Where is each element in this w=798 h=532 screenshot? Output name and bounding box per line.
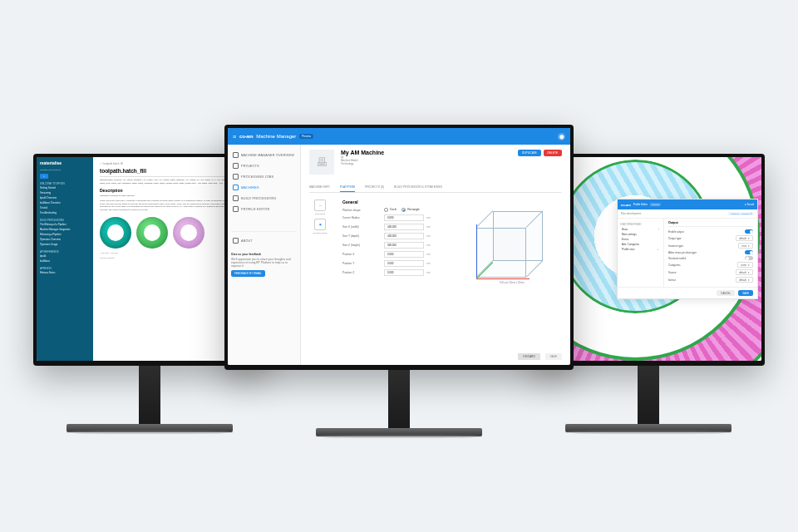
- form-row: Size Z (height)300.000mm: [342, 242, 451, 249]
- nav-item[interactable]: Troubleshooting: [40, 210, 90, 215]
- brand-logo: materialise: [40, 160, 90, 165]
- mm-tabs: MACHINE INFOPLATFORMPROJECTS (0)BUILD PR…: [309, 183, 562, 193]
- platform-preview: Full size 10mm x 10mm: [462, 200, 562, 284]
- monitor-stand-shadow: [316, 435, 482, 438]
- crumb-right[interactable]: 3 sections · Readonly ▾: [728, 212, 754, 215]
- delete-button[interactable]: DELETE: [544, 150, 562, 156]
- field-label: Size X (width): [342, 225, 379, 229]
- unit-label: mm: [426, 234, 431, 238]
- feedback-body: We'll appreciate you to share your thoug…: [231, 258, 297, 268]
- editor-side-item[interactable]: Profile view▸: [620, 247, 661, 252]
- nav-item[interactable]: buildbase: [40, 259, 90, 264]
- editor-badge: Preview: [650, 203, 661, 206]
- select[interactable]: default ▾: [736, 269, 753, 275]
- number-input[interactable]: 400.000: [384, 224, 424, 230]
- form-row: Platform shapeCircleRectangle: [342, 208, 451, 212]
- select[interactable]: default ▾: [736, 235, 753, 241]
- row-label: Allow views per data type: [668, 251, 697, 254]
- search-button[interactable]: ⌕: [40, 174, 48, 179]
- field-label: Size Y (depth): [342, 234, 379, 238]
- feedback-button[interactable]: FEEDBACK BY EMAIL: [231, 270, 265, 277]
- sidebar-item[interactable]: PROJECTS: [231, 160, 297, 171]
- unit-label: mm: [426, 225, 431, 229]
- chevron-down-icon: ▾: [748, 237, 750, 240]
- sidebar-group-label: 3 sections found: [620, 224, 661, 226]
- editor-header: co-am Profile Editor Preview ● Saved: [618, 200, 757, 209]
- number-input[interactable]: 300.000: [384, 242, 424, 249]
- build-volume-cube: [476, 206, 548, 278]
- toggle[interactable]: [745, 229, 753, 234]
- monitor-stand-neck: [388, 370, 410, 428]
- nav-item[interactable]: Operators Usage: [40, 242, 90, 247]
- tab[interactable]: PLATFORM: [340, 183, 355, 192]
- radio-icon[interactable]: [401, 208, 406, 212]
- sidebar-item[interactable]: MACHINES: [231, 182, 297, 193]
- unit-label: mm: [426, 271, 431, 274]
- duplicate-button[interactable]: DUPLICATE: [518, 150, 541, 156]
- select[interactable]: default ▾: [736, 277, 753, 283]
- profile-editor-panel: co-am Profile Editor Preview ● Saved Flo…: [617, 199, 758, 299]
- radio-icon[interactable]: [384, 208, 388, 212]
- nav-icon: [233, 174, 239, 180]
- tab[interactable]: BUILD PROCESSOR & STRATEGIES: [394, 183, 442, 192]
- form-tab-icon[interactable]: ▣: [314, 219, 326, 230]
- field-label: Position X: [342, 253, 379, 256]
- chevron-down-icon: ▾: [748, 278, 750, 282]
- form-row: Size X (width)400.000mm: [342, 224, 451, 230]
- monitor-stand-shadow: [66, 431, 233, 434]
- save-button[interactable]: SAVE: [738, 290, 753, 296]
- toggle[interactable]: [745, 256, 753, 260]
- form-row: Position X0.000mm: [342, 251, 451, 258]
- number-input[interactable]: 0.000: [384, 260, 424, 267]
- row-label: format: [668, 278, 676, 282]
- crumb-left[interactable]: Flow development: [621, 212, 641, 215]
- machine-sub: Technology: [341, 162, 384, 165]
- torus-illustration-green: [136, 217, 168, 249]
- unit-label: mm: [426, 216, 431, 219]
- editor-row: formatdefault ▾: [668, 277, 753, 283]
- sidebar-item[interactable]: MACHINE MANAGER OVERVIEW: [231, 150, 297, 160]
- axis-z-icon: [476, 224, 477, 278]
- select[interactable]: mini ▾: [738, 243, 753, 249]
- nav-icon: [233, 185, 239, 190]
- number-input[interactable]: 0.000: [384, 214, 424, 221]
- number-input[interactable]: 0.000: [384, 269, 424, 276]
- sidebar-item-about[interactable]: ABOUT: [231, 235, 297, 246]
- field-label: Corner Radius: [342, 216, 379, 219]
- form-row: Position Z0.000mm: [342, 269, 451, 276]
- nav-icon: [233, 163, 239, 169]
- torus-illustration-teal: [100, 217, 131, 249]
- form-row: Position Y0.000mm: [342, 260, 451, 267]
- editor-main: Output Enable outputOutput typedefault ▾…: [664, 219, 757, 287]
- machine-title: My AM Machine: [341, 150, 384, 155]
- number-input[interactable]: 0.000: [384, 251, 424, 258]
- monitor-center: ≡ co-am Machine Manager Preview ⬤ MACHIN…: [224, 125, 574, 438]
- tab[interactable]: PROJECTS (0): [365, 183, 384, 192]
- save-button[interactable]: SAVE: [545, 353, 562, 360]
- doc-nav: WELCOME TO BP SDKGetting StartedVersioni…: [40, 182, 90, 275]
- select[interactable]: none ▾: [737, 262, 753, 268]
- editor-row: Output typedefault ▾: [668, 235, 753, 241]
- chevron-down-icon: ▾: [748, 244, 750, 248]
- toggle[interactable]: [745, 250, 753, 254]
- row-label: Categories: [668, 264, 681, 267]
- header-product: Machine Manager: [256, 134, 296, 139]
- form-tab-icon[interactable]: ▭: [314, 200, 326, 211]
- sidebar-item[interactable]: PROFILE EDITOR: [231, 204, 297, 214]
- sidebar-item[interactable]: PROCESSING JOBS: [231, 171, 297, 182]
- number-input[interactable]: 400.000: [384, 233, 424, 239]
- unit-label: mm: [426, 253, 431, 256]
- header-brand: co-am: [239, 134, 253, 139]
- editor-row: Allow views per data type: [668, 250, 753, 254]
- form-fields: General Platform shapeCircleRectangleCor…: [342, 200, 451, 284]
- tab[interactable]: MACHINE INFO: [309, 183, 330, 192]
- editor-body: 3 sections found Basic1Main settingsErro…: [618, 219, 757, 287]
- sidebar-item[interactable]: BUILD PROCESSORS: [231, 193, 297, 204]
- editor-product: Profile Editor: [633, 203, 648, 206]
- cancel-button[interactable]: CANCEL: [717, 290, 735, 296]
- avatar-icon[interactable]: ⬤: [558, 133, 565, 140]
- menu-icon[interactable]: ≡: [233, 134, 236, 140]
- nav-item[interactable]: Release Notes: [40, 270, 90, 275]
- discard-button[interactable]: DISCARD: [518, 353, 539, 360]
- chevron-down-icon: ▾: [748, 271, 750, 274]
